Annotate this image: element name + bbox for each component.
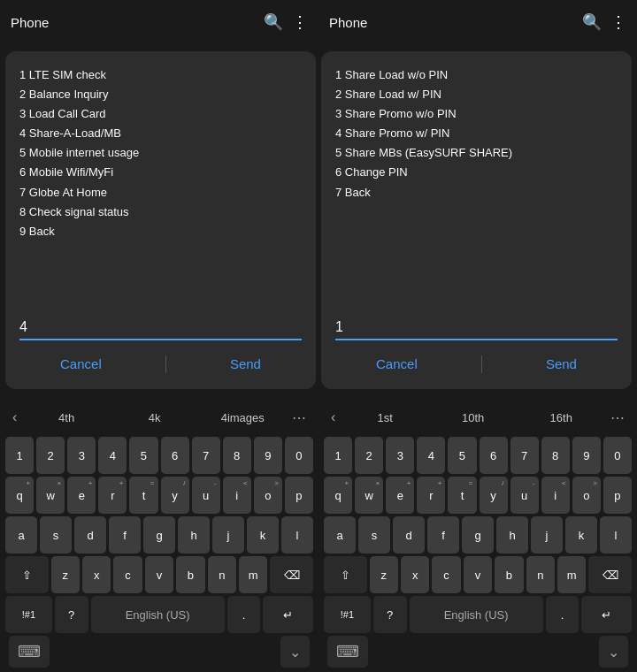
right-key-0[interactable]: 0 bbox=[603, 437, 632, 474]
left-key-4[interactable]: 4 bbox=[98, 437, 127, 474]
left-key-0[interactable]: 0 bbox=[285, 437, 313, 474]
right-key-t[interactable]: =t bbox=[448, 477, 476, 514]
right-space-key[interactable]: English (US) bbox=[410, 596, 543, 633]
left-cancel-button[interactable]: Cancel bbox=[42, 353, 119, 375]
left-search-icon[interactable]: 🔍 bbox=[264, 12, 283, 32]
right-hide-keyboard[interactable]: ⌄ bbox=[599, 636, 628, 668]
right-key-m[interactable]: m bbox=[557, 556, 586, 593]
left-keyboard-icon[interactable]: ⌨ bbox=[9, 636, 50, 668]
right-key-7[interactable]: 7 bbox=[510, 437, 539, 474]
left-suggestion-1[interactable]: 4th bbox=[22, 411, 111, 424]
right-key-c[interactable]: c bbox=[432, 556, 460, 593]
right-key-5[interactable]: 5 bbox=[448, 437, 476, 474]
left-key-k[interactable]: k bbox=[247, 516, 279, 554]
left-key-t[interactable]: =t bbox=[129, 477, 157, 514]
left-key-3[interactable]: 3 bbox=[67, 437, 96, 474]
left-shift-key[interactable]: ⇧ bbox=[5, 556, 49, 593]
left-key-b[interactable]: b bbox=[176, 556, 204, 593]
right-key-z[interactable]: z bbox=[370, 556, 398, 593]
left-key-p[interactable]: p bbox=[285, 477, 313, 514]
right-key-g[interactable]: g bbox=[462, 516, 494, 554]
left-question-key[interactable]: ? bbox=[55, 596, 88, 633]
right-key-d[interactable]: d bbox=[393, 516, 425, 554]
left-key-6[interactable]: 6 bbox=[161, 437, 189, 474]
left-key-8[interactable]: 8 bbox=[223, 437, 251, 474]
left-more-icon[interactable]: ⋮ bbox=[292, 12, 308, 32]
right-period-key[interactable]: . bbox=[546, 596, 579, 633]
right-backspace-key[interactable]: ⌫ bbox=[588, 556, 632, 593]
right-key-f[interactable]: f bbox=[427, 516, 459, 554]
right-key-3[interactable]: 3 bbox=[386, 437, 414, 474]
right-key-x[interactable]: x bbox=[401, 556, 429, 593]
left-key-2[interactable]: 2 bbox=[36, 437, 65, 474]
left-key-a[interactable]: a bbox=[5, 516, 37, 554]
left-key-i[interactable]: <i bbox=[223, 477, 251, 514]
right-key-h[interactable]: h bbox=[496, 516, 528, 554]
right-keyboard-icon[interactable]: ⌨ bbox=[327, 636, 368, 668]
left-key-v[interactable]: v bbox=[145, 556, 173, 593]
right-key-o[interactable]: >o bbox=[572, 477, 601, 514]
right-more-icon[interactable]: ⋮ bbox=[610, 12, 626, 32]
left-key-w[interactable]: ×w bbox=[36, 477, 65, 514]
right-enter-key[interactable]: ↵ bbox=[581, 596, 632, 633]
left-key-n[interactable]: n bbox=[208, 556, 236, 593]
right-key-1[interactable]: 1 bbox=[324, 437, 352, 474]
left-key-r[interactable]: +r bbox=[98, 477, 127, 514]
right-key-8[interactable]: 8 bbox=[541, 437, 570, 474]
left-key-j[interactable]: j bbox=[212, 516, 244, 554]
left-suggestions-back[interactable]: ‹ bbox=[7, 409, 22, 425]
left-key-x[interactable]: x bbox=[82, 556, 111, 593]
right-cancel-button[interactable]: Cancel bbox=[358, 353, 435, 375]
left-key-y[interactable]: /y bbox=[161, 477, 189, 514]
right-key-p[interactable]: p bbox=[603, 477, 632, 514]
right-key-q[interactable]: +q bbox=[324, 477, 352, 514]
left-key-f[interactable]: f bbox=[109, 516, 141, 554]
left-key-h[interactable]: h bbox=[178, 516, 210, 554]
left-key-o[interactable]: >o bbox=[254, 477, 282, 514]
left-suggestion-3[interactable]: 4images bbox=[198, 411, 287, 424]
left-key-l[interactable]: l bbox=[281, 516, 313, 554]
right-key-s[interactable]: s bbox=[358, 516, 390, 554]
left-key-g[interactable]: g bbox=[143, 516, 175, 554]
right-key-4[interactable]: 4 bbox=[417, 437, 445, 474]
left-key-s[interactable]: s bbox=[40, 516, 72, 554]
right-key-j[interactable]: j bbox=[531, 516, 563, 554]
right-suggestion-3[interactable]: 16th bbox=[517, 411, 605, 424]
right-send-button[interactable]: Send bbox=[528, 353, 595, 375]
right-key-a[interactable]: a bbox=[324, 516, 356, 554]
left-key-u[interactable]: -u bbox=[192, 477, 220, 514]
right-key-9[interactable]: 9 bbox=[572, 437, 601, 474]
left-key-q[interactable]: +q bbox=[5, 477, 34, 514]
left-suggestions-more[interactable]: ⋯ bbox=[287, 409, 311, 426]
right-key-k[interactable]: k bbox=[565, 516, 597, 554]
left-key-5[interactable]: 5 bbox=[129, 437, 157, 474]
left-send-button[interactable]: Send bbox=[212, 353, 279, 375]
right-key-v[interactable]: v bbox=[464, 556, 492, 593]
right-key-6[interactable]: 6 bbox=[480, 437, 508, 474]
right-suggestion-1[interactable]: 1st bbox=[341, 411, 429, 424]
right-key-u[interactable]: -u bbox=[510, 477, 539, 514]
right-input[interactable] bbox=[335, 319, 618, 335]
right-suggestion-2[interactable]: 10th bbox=[429, 411, 518, 424]
right-key-r[interactable]: +r bbox=[417, 477, 445, 514]
right-suggestions-back[interactable]: ‹ bbox=[326, 409, 341, 425]
left-hide-keyboard[interactable]: ⌄ bbox=[280, 636, 310, 668]
right-key-w[interactable]: ×w bbox=[355, 477, 383, 514]
left-suggestion-2[interactable]: 4k bbox=[111, 411, 199, 424]
right-key-e[interactable]: +e bbox=[386, 477, 414, 514]
left-backspace-key[interactable]: ⌫ bbox=[270, 556, 313, 593]
right-question-key[interactable]: ? bbox=[373, 596, 407, 633]
right-key-2[interactable]: 2 bbox=[355, 437, 383, 474]
right-key-i[interactable]: <i bbox=[541, 477, 570, 514]
right-key-y[interactable]: /y bbox=[480, 477, 508, 514]
left-key-1[interactable]: 1 bbox=[5, 437, 34, 474]
right-sym-key[interactable]: !#1 bbox=[324, 596, 371, 633]
right-key-b[interactable]: b bbox=[495, 556, 523, 593]
right-suggestions-more[interactable]: ⋯ bbox=[605, 409, 630, 426]
left-sym-key[interactable]: !#1 bbox=[5, 596, 52, 633]
left-period-key[interactable]: . bbox=[227, 596, 261, 633]
left-input[interactable] bbox=[19, 319, 302, 335]
left-key-m[interactable]: m bbox=[239, 556, 267, 593]
left-enter-key[interactable]: ↵ bbox=[263, 596, 313, 633]
left-key-c[interactable]: c bbox=[113, 556, 142, 593]
